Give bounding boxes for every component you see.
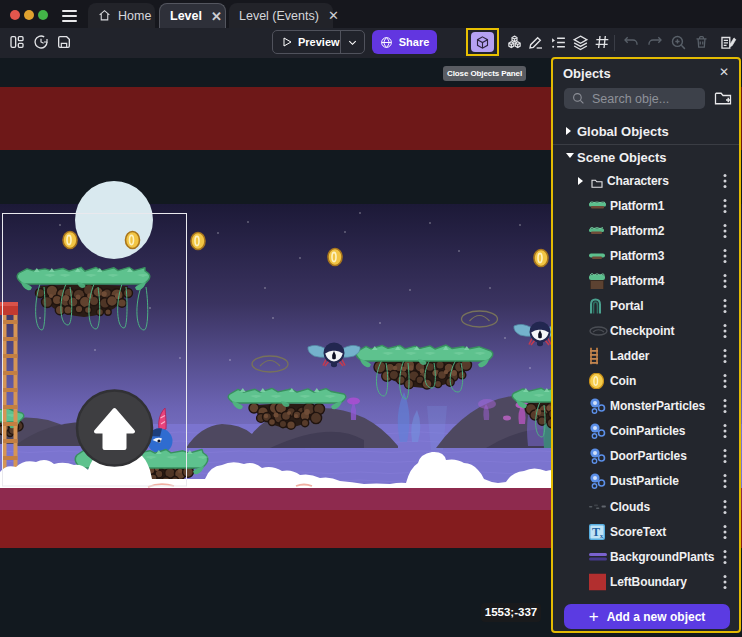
- svg-text:T: T: [592, 525, 600, 539]
- svg-text:x: x: [600, 532, 604, 540]
